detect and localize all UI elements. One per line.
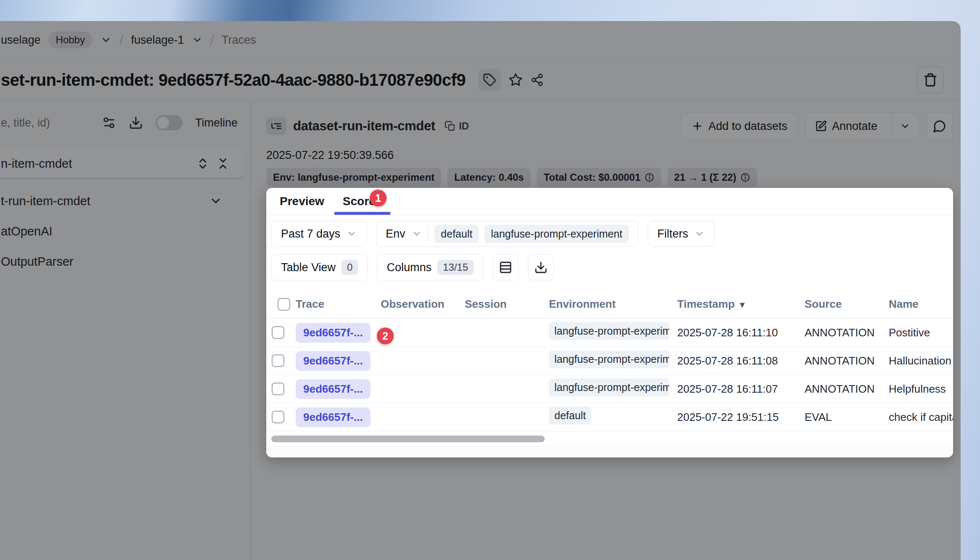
timestamp-cell: 2025-07-28 16:11:10 xyxy=(671,326,799,339)
chevron-down-icon xyxy=(694,228,705,239)
table-row: 9ed6657f-... langfuse-prompt-experim 202… xyxy=(266,347,953,375)
environment-chip: langfuse-prompt-experim xyxy=(549,378,669,396)
source-cell: EVAL xyxy=(799,411,883,424)
filters-row: Past 7 days Env default langfuse-prompt-… xyxy=(271,221,948,247)
annotation-marker-1: 1 xyxy=(370,190,387,206)
table-row: 9ed6657f-... langfuse-prompt-experim 202… xyxy=(266,375,953,403)
columns-label: Columns xyxy=(387,261,432,274)
table-row: 9ed6657f-... langfuse-prompt-experim 202… xyxy=(266,319,953,347)
table-row: 9ed6657f-... default 2025-07-22 19:51:15… xyxy=(266,403,953,431)
divider xyxy=(428,226,429,241)
source-cell: ANNOTATION xyxy=(799,383,883,396)
row-checkbox[interactable] xyxy=(272,383,284,395)
annotation-marker-2: 2 xyxy=(377,328,394,344)
env-value-chip: default xyxy=(434,225,479,243)
environment-chip: langfuse-prompt-experim xyxy=(549,322,669,340)
environment-chip: default xyxy=(549,407,591,425)
source-cell: ANNOTATION xyxy=(799,326,883,339)
env-filter[interactable]: Env default langfuse-prompt-experiment xyxy=(376,221,638,247)
timestamp-cell: 2025-07-28 16:11:08 xyxy=(671,354,799,367)
col-observation[interactable]: Observation xyxy=(375,298,459,311)
card-footer xyxy=(266,446,953,457)
filters-label: Filters xyxy=(657,227,689,240)
app-window: uselage Hobby / fuselage-1 / Traces set-… xyxy=(0,21,961,560)
date-range-value: Past 7 days xyxy=(281,227,340,240)
chevron-down-icon xyxy=(346,228,357,239)
select-all-checkbox[interactable] xyxy=(278,298,290,311)
col-session[interactable]: Session xyxy=(459,298,543,311)
download-icon xyxy=(534,261,548,274)
rows-icon xyxy=(499,261,512,274)
trace-link[interactable]: 9ed6657f-... xyxy=(296,407,371,427)
name-cell: Helpfulness xyxy=(883,383,953,396)
timestamp-cell: 2025-07-22 19:51:15 xyxy=(671,411,799,424)
trace-link[interactable]: 9ed6657f-... xyxy=(296,379,371,399)
col-source[interactable]: Source xyxy=(799,298,883,311)
col-environment[interactable]: Environment xyxy=(543,298,671,311)
name-cell: Hallucination xyxy=(883,354,953,367)
scores-table: Trace Observation Session Environment Ti… xyxy=(266,290,953,431)
row-checkbox[interactable] xyxy=(272,411,284,423)
table-view-button[interactable]: Table View 0 xyxy=(271,254,368,280)
timestamp-cell: 2025-07-28 16:11:07 xyxy=(671,383,799,396)
name-cell: Postitive xyxy=(883,326,953,339)
horizontal-scrollbar[interactable] xyxy=(271,436,948,442)
source-cell: ANNOTATION xyxy=(799,354,883,367)
row-checkbox[interactable] xyxy=(272,354,284,367)
columns-button[interactable]: Columns 13/15 xyxy=(377,254,483,280)
filters-button[interactable]: Filters xyxy=(648,221,715,247)
panel-tabs: Preview Scores xyxy=(266,188,953,215)
env-value-chip: langfuse-prompt-experiment xyxy=(485,225,629,243)
chevron-down-icon xyxy=(411,228,422,239)
date-range-select[interactable]: Past 7 days xyxy=(271,221,367,247)
environment-chip: langfuse-prompt-experim xyxy=(549,350,669,368)
col-trace[interactable]: Trace xyxy=(290,298,375,311)
row-height-button[interactable] xyxy=(493,254,519,280)
table-header-row: Trace Observation Session Environment Ti… xyxy=(266,290,953,319)
sort-desc-icon: ▼ xyxy=(738,300,747,309)
trace-link[interactable]: 9ed6657f-... xyxy=(296,323,371,343)
env-filter-label: Env xyxy=(386,227,405,240)
table-controls: Table View 0 Columns 13/15 xyxy=(271,254,948,280)
col-name[interactable]: Name xyxy=(883,298,953,311)
tab-preview[interactable]: Preview xyxy=(270,188,334,215)
name-cell: check if capital xyxy=(883,411,953,424)
table-view-count: 0 xyxy=(342,260,358,275)
table-view-label: Table View xyxy=(281,261,336,274)
export-button[interactable] xyxy=(528,254,554,280)
row-checkbox[interactable] xyxy=(272,326,284,339)
col-timestamp[interactable]: Timestamp▼ xyxy=(671,298,799,311)
scores-panel: Preview Scores Past 7 days Env default l… xyxy=(266,188,953,457)
trace-link[interactable]: 9ed6657f-... xyxy=(296,351,371,371)
scrollbar-thumb[interactable] xyxy=(271,436,545,442)
columns-count: 13/15 xyxy=(437,260,474,275)
